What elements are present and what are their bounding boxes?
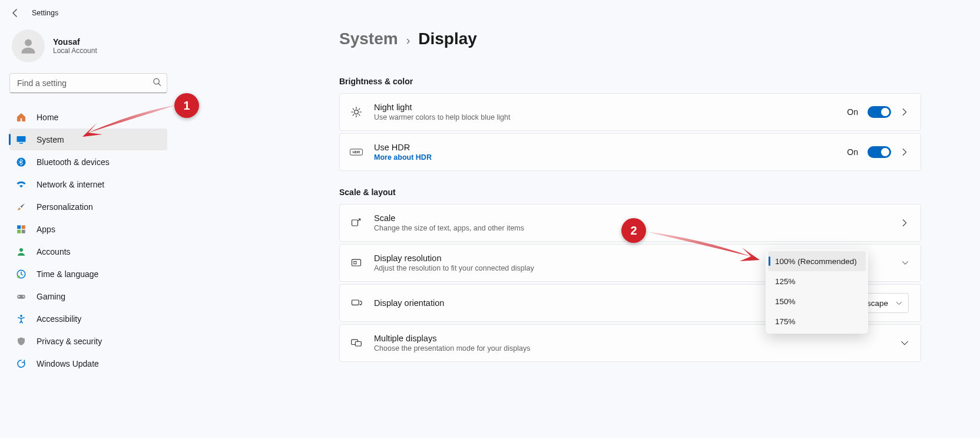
svg-rect-8 — [17, 229, 21, 233]
card-title: Display resolution — [374, 253, 774, 263]
card-title: Use HDR — [374, 143, 847, 152]
toggle-state-label: On — [847, 147, 858, 157]
user-sub: Local Account — [53, 47, 97, 55]
card-sub: Adjust the resolution to fit your connec… — [374, 264, 774, 272]
nav-apps[interactable]: Apps — [9, 218, 167, 240]
nav-accessibility[interactable]: Accessibility — [9, 308, 167, 330]
home-icon — [15, 111, 27, 123]
card-use-hdr[interactable]: HDR Use HDR More about HDR On — [339, 133, 921, 171]
svg-line-22 — [353, 108, 354, 110]
scale-option-175[interactable]: 175% — [768, 311, 866, 331]
svg-point-1 — [154, 78, 159, 84]
resolution-icon — [349, 256, 363, 270]
scale-icon — [349, 216, 363, 230]
night-light-toggle[interactable] — [868, 106, 891, 118]
nav-label: Apps — [37, 225, 55, 234]
card-title: Night light — [374, 103, 847, 112]
multiple-displays-icon — [349, 336, 363, 350]
system-icon — [15, 134, 27, 146]
svg-rect-3 — [17, 136, 26, 142]
nav-time[interactable]: Time & language — [9, 263, 167, 285]
hdr-toggle[interactable] — [868, 146, 891, 158]
svg-rect-6 — [17, 225, 21, 229]
search-input[interactable] — [9, 73, 167, 93]
nav-accounts[interactable]: Accounts — [9, 241, 167, 262]
night-light-icon — [349, 105, 363, 119]
nav-gaming[interactable]: Gaming — [9, 285, 167, 307]
nav-label: Windows Update — [37, 359, 99, 368]
chevron-right-icon — [900, 108, 909, 116]
nav-label: Gaming — [37, 292, 65, 301]
breadcrumb-current: Display — [418, 29, 477, 48]
svg-text:HDR: HDR — [353, 150, 360, 154]
hdr-more-link[interactable]: More about HDR — [374, 153, 847, 162]
card-sub: Use warmer colors to help block blue lig… — [374, 113, 847, 121]
card-title: Multiple displays — [374, 334, 900, 343]
nav-label: Privacy & security — [37, 337, 102, 346]
wifi-icon — [15, 179, 27, 190]
scale-dropdown[interactable]: 100% (Recommended) 125% 150% 175% — [766, 249, 868, 334]
svg-rect-4 — [19, 143, 23, 144]
nav-home[interactable]: Home — [9, 106, 167, 128]
section-brightness-color: Brightness & color — [339, 77, 921, 86]
nav-personalization[interactable]: Personalization — [9, 196, 167, 218]
nav-label: Time & language — [37, 269, 98, 279]
annotation-badge-1: 1 — [174, 93, 199, 118]
svg-line-25 — [359, 108, 360, 110]
svg-point-16 — [20, 314, 22, 317]
paintbrush-icon — [15, 201, 27, 213]
svg-point-10 — [19, 248, 23, 252]
section-scale-layout: Scale & layout — [339, 187, 921, 197]
svg-rect-31 — [352, 300, 359, 305]
svg-point-17 — [355, 110, 359, 114]
accessibility-icon — [15, 313, 27, 325]
nav-label: System — [37, 135, 64, 144]
chevron-down-icon — [902, 259, 909, 266]
chevron-down-icon — [900, 339, 909, 347]
nav-network[interactable]: Network & internet — [9, 173, 167, 195]
gamepad-icon — [15, 291, 27, 302]
nav-privacy[interactable]: Privacy & security — [9, 330, 167, 352]
svg-point-0 — [25, 39, 32, 46]
scale-option-150[interactable]: 150% — [768, 291, 866, 311]
person-icon — [15, 246, 27, 258]
scale-option-125[interactable]: 125% — [768, 271, 866, 291]
svg-rect-9 — [22, 229, 25, 233]
bluetooth-icon — [15, 156, 27, 168]
svg-point-12 — [17, 275, 20, 278]
chevron-right-icon: › — [406, 34, 410, 47]
avatar — [12, 29, 45, 62]
svg-rect-7 — [22, 225, 25, 229]
svg-line-23 — [359, 114, 360, 116]
user-account-block[interactable]: Yousaf Local Account — [9, 26, 167, 73]
nav-label: Home — [37, 113, 58, 122]
nav-bluetooth[interactable]: Bluetooth & devices — [9, 151, 167, 173]
breadcrumb-parent[interactable]: System — [339, 29, 398, 48]
nav-label: Personalization — [37, 202, 93, 212]
card-night-light[interactable]: Night light Use warmer colors to help bl… — [339, 93, 921, 131]
search-icon — [153, 78, 161, 89]
annotation-badge-2: 2 — [621, 218, 646, 243]
update-icon — [15, 358, 27, 370]
svg-point-15 — [24, 296, 25, 297]
nav-label: Bluetooth & devices — [37, 157, 110, 167]
chevron-down-icon — [896, 300, 902, 307]
chevron-right-icon — [900, 219, 909, 227]
nav-system[interactable]: System — [9, 129, 167, 150]
svg-line-24 — [353, 114, 354, 116]
svg-rect-33 — [355, 342, 361, 347]
nav-label: Accounts — [37, 247, 71, 256]
toggle-state-label: On — [847, 107, 858, 117]
back-button[interactable] — [9, 7, 21, 19]
svg-point-14 — [22, 295, 24, 297]
nav-label: Network & internet — [37, 180, 104, 189]
svg-rect-28 — [352, 220, 358, 226]
hdr-icon: HDR — [349, 145, 363, 159]
apps-icon — [15, 223, 27, 235]
nav-label: Accessibility — [37, 314, 81, 324]
scale-option-100[interactable]: 100% (Recommended) — [768, 251, 866, 271]
card-sub: Choose the presentation mode for your di… — [374, 344, 900, 353]
user-name: Yousaf — [53, 37, 97, 47]
nav-update[interactable]: Windows Update — [9, 353, 167, 374]
shield-icon — [15, 335, 27, 347]
